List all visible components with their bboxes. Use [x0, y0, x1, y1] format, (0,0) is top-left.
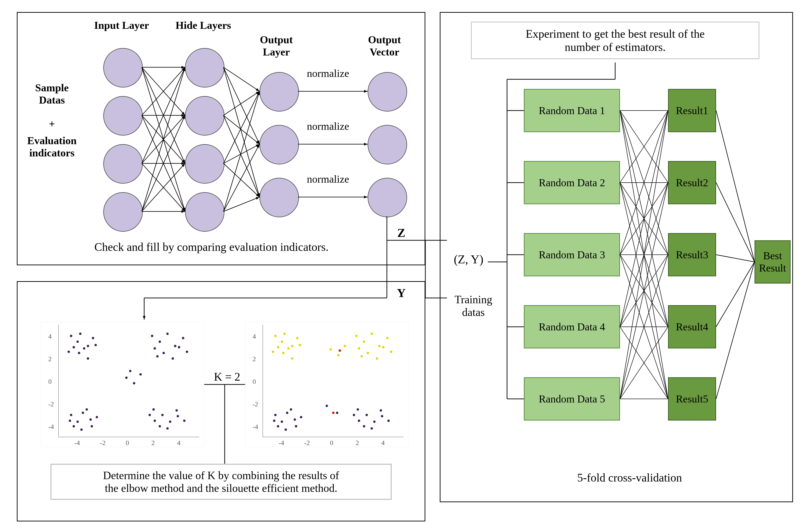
scatter-point — [69, 420, 71, 422]
scatter-point — [174, 345, 176, 347]
scatter-point — [370, 427, 373, 430]
scatter-point — [169, 420, 171, 423]
scatter-point — [274, 335, 276, 337]
scatter-point — [129, 370, 131, 372]
label-zy-tuple: (Z, Y) — [447, 252, 490, 266]
hidden-node-4 — [185, 192, 225, 232]
label-normalize-3: normalize — [300, 173, 356, 185]
scatter-point — [337, 354, 340, 356]
input-node-4 — [103, 192, 143, 232]
scatter-point — [159, 341, 161, 343]
label-training-datas: Training datas — [447, 293, 500, 319]
scatter-point — [300, 416, 302, 418]
label-y: Y — [394, 286, 408, 300]
diagram-canvas: Input Layer Hide Layers Output Layer Out… — [0, 0, 805, 532]
scatter-point — [76, 341, 79, 343]
label-output-vector: Output Vector — [358, 34, 411, 58]
scatter-point — [387, 420, 390, 422]
output-node-2 — [260, 125, 299, 164]
scatter-after: -4-2024-4-2024 — [245, 322, 408, 447]
label-input-layer: Input Layer — [88, 19, 155, 32]
scatter-point — [344, 345, 346, 347]
scatter-point — [70, 414, 72, 416]
scatter-point — [277, 425, 279, 428]
scatter-point — [92, 337, 94, 339]
scatter-point — [94, 344, 97, 346]
scatter-point — [149, 414, 151, 416]
scatter-point — [274, 414, 276, 416]
random-data-box-2: Random Data 2 — [524, 161, 620, 204]
scatter-point — [162, 352, 165, 354]
scatter-point — [79, 332, 81, 335]
scatter-point — [336, 412, 338, 414]
scatter-point — [358, 420, 360, 422]
scatter-point — [183, 420, 186, 422]
scatter-point — [82, 412, 84, 414]
scatter-point — [363, 341, 365, 343]
scatter-point — [178, 346, 180, 348]
scatter-point — [161, 414, 164, 416]
scatter-point — [355, 335, 358, 337]
label-sample-datas: Sample Datas — [23, 82, 81, 106]
hidden-node-1 — [185, 48, 225, 88]
scatter-point — [291, 345, 293, 347]
scatter-point — [357, 408, 359, 411]
label-hide-layers: Hide Layers — [170, 19, 237, 32]
scatter-point — [156, 355, 159, 358]
scatter-point — [299, 344, 301, 346]
caption-crossval: 5-fold cross-validation — [545, 471, 714, 484]
scatter-point — [285, 429, 287, 431]
scatter-point — [365, 414, 368, 416]
scatter-point — [281, 420, 283, 423]
label-z: Z — [394, 226, 408, 240]
scatter-point — [390, 350, 392, 353]
scatter-point — [85, 408, 88, 411]
scatter-point — [277, 346, 279, 348]
scatter-point — [378, 345, 381, 347]
input-node-2 — [103, 96, 143, 135]
scatter-point — [339, 349, 341, 352]
caption-clustering: Determine the value of K by combining th… — [51, 464, 392, 500]
scatter-point — [87, 357, 89, 360]
scatter-point — [73, 425, 75, 428]
scatter-point — [177, 415, 179, 417]
scatter-point — [83, 347, 85, 349]
scatter-point — [326, 405, 328, 407]
label-k-value: K = 2 — [209, 370, 245, 383]
random-data-box-3: Random Data 3 — [524, 233, 620, 276]
scatter-point — [296, 337, 299, 339]
scatter-point — [80, 429, 83, 431]
result-box-4: Result4 — [668, 305, 716, 348]
scatter-point — [380, 409, 382, 412]
scatter-point — [281, 341, 283, 343]
random-data-box-1: Random Data 1 — [524, 89, 620, 132]
scatter-point — [290, 408, 292, 411]
scatter-point — [91, 425, 93, 428]
hidden-node-2 — [185, 96, 225, 135]
scatter-point — [381, 415, 383, 417]
scatter-point — [159, 425, 161, 428]
result-box-5: Result5 — [668, 377, 716, 420]
scatter-point — [370, 332, 373, 335]
scatter-point — [361, 355, 363, 358]
title-experiment: Experiment to get the best result of the… — [471, 22, 759, 59]
scatter-point — [154, 420, 156, 422]
scatter-point — [90, 418, 92, 421]
label-normalize-1: normalize — [300, 67, 356, 79]
scatter-point — [382, 346, 384, 348]
label-eval-indicators: Evaluation indicators — [21, 135, 83, 159]
scatter-point — [367, 352, 369, 354]
vector-node-1 — [368, 72, 407, 112]
scatter-point — [152, 408, 155, 411]
scatter-point — [291, 357, 293, 360]
scatter-point — [287, 347, 290, 349]
vector-node-2 — [368, 125, 407, 164]
scatter-point — [376, 357, 378, 360]
result-box-1: Result1 — [668, 89, 716, 132]
scatter-point — [272, 350, 274, 353]
random-data-box-4: Random Data 4 — [524, 305, 620, 348]
scatter-point — [286, 412, 288, 414]
scatter-point — [70, 335, 72, 337]
vector-node-3 — [368, 178, 407, 217]
scatter-point — [386, 337, 388, 339]
